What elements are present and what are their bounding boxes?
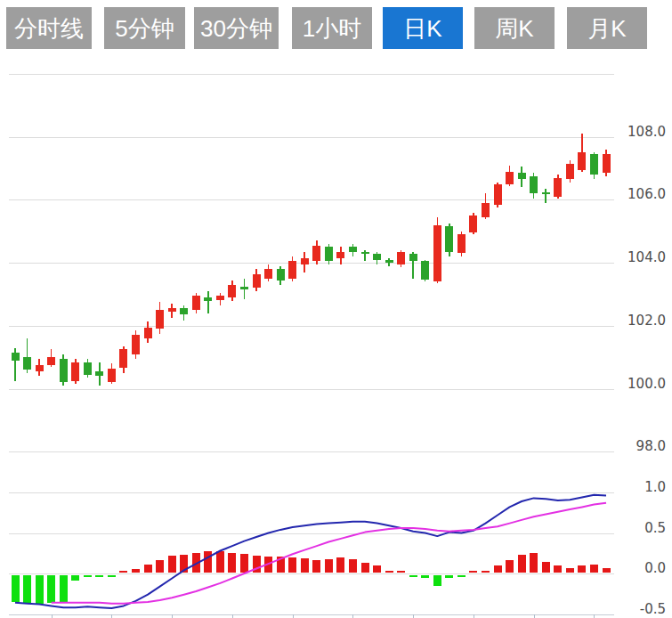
y-axis-label: -0.5	[614, 601, 666, 617]
macd-hist-bar-up	[264, 557, 272, 573]
tab-daily-k[interactable]: 日K	[383, 7, 463, 49]
macd-hist-bar-up	[542, 562, 550, 573]
macd-hist-bar-up	[336, 557, 344, 573]
candle-wick	[207, 291, 209, 313]
y-axis-label: 106.0	[614, 186, 666, 202]
macd-hist-bar-up	[397, 571, 405, 573]
candle-body	[108, 369, 116, 383]
x-axis-tick	[172, 614, 173, 618]
macd-hist-bar-up	[518, 555, 526, 573]
candle-body	[421, 261, 429, 280]
macd-hist-bar-up	[228, 553, 236, 573]
candle-body	[336, 252, 344, 258]
macd-hist-bar-down	[421, 575, 429, 578]
candle-body	[192, 296, 200, 310]
candle-body	[312, 246, 320, 262]
candle-body	[60, 359, 68, 383]
candle-body	[433, 225, 441, 282]
gridline	[9, 573, 614, 574]
macd-hist-bar-up	[325, 559, 333, 573]
candle-body	[23, 357, 31, 370]
tab-monthly-k[interactable]: 月K	[567, 7, 647, 49]
macd-hist-bar-up	[506, 560, 514, 573]
y-axis-label: 1.0	[614, 479, 666, 495]
candle-body	[590, 154, 598, 175]
candle-body	[132, 335, 140, 354]
macd-hist-bar-up	[253, 556, 261, 573]
gridline	[9, 533, 614, 534]
gridline	[9, 451, 614, 452]
macd-hist-bar-down	[23, 575, 31, 603]
tab-weekly-k[interactable]: 周K	[474, 7, 555, 49]
macd-hist-bar-up	[288, 557, 296, 573]
macd-hist-bar-up	[144, 565, 152, 573]
macd-lines-layer	[0, 0, 672, 618]
tab-5min[interactable]: 5分钟	[104, 7, 185, 49]
x-axis-tick	[52, 614, 53, 618]
candle-body	[216, 296, 224, 300]
candle-body	[566, 164, 574, 180]
x-axis-tick	[352, 614, 353, 618]
candle-body	[156, 310, 164, 329]
dif-line	[15, 495, 606, 608]
y-axis-label: 0.5	[614, 520, 666, 536]
candle-body	[71, 362, 79, 381]
candle-body	[445, 226, 453, 251]
macd-hist-bar-up	[530, 553, 538, 573]
macd-hist-bar-down	[433, 575, 441, 586]
candle-body	[506, 172, 514, 184]
macd-hist-bar-up	[277, 557, 285, 573]
y-axis-label: 100.0	[614, 376, 666, 392]
macd-hist-bar-up	[482, 571, 490, 573]
tab-1hour[interactable]: 1小时	[292, 7, 372, 49]
macd-hist-bar-up	[373, 565, 381, 573]
macd-hist-bar-down	[36, 575, 44, 604]
macd-hist-bar-down	[12, 575, 20, 602]
candle-body	[482, 203, 490, 217]
macd-hist-bar-down	[445, 575, 453, 578]
candle-body	[12, 353, 20, 361]
gridline	[9, 137, 614, 138]
candle-body	[530, 176, 538, 193]
candle-body	[240, 287, 248, 290]
candle-body	[373, 254, 381, 260]
macd-hist-bar-up	[204, 551, 212, 573]
macd-hist-bar-up	[156, 560, 164, 573]
dea-line	[52, 503, 606, 604]
macd-hist-bar-down	[60, 575, 68, 602]
macd-hist-bar-up	[578, 565, 586, 573]
candle-body	[36, 365, 44, 371]
candle-body	[494, 184, 502, 205]
gridline	[9, 492, 614, 493]
x-axis-tick	[232, 614, 233, 618]
macd-hist-bar-up	[301, 558, 309, 573]
macd-hist-bar-up	[349, 559, 357, 573]
candle-body	[144, 328, 152, 338]
macd-hist-bar-up	[361, 563, 369, 573]
macd-hist-bar-up	[494, 565, 502, 573]
gridline	[9, 389, 614, 390]
tab-minute-line[interactable]: 分时线	[6, 7, 92, 49]
kline-chart-app: 分时线5分钟30分钟1小时日K周K月K 108.0106.0104.0102.0…	[0, 0, 672, 618]
macd-hist-bar-down	[409, 575, 417, 577]
candle-body	[168, 308, 176, 312]
y-axis-label: 98.0	[614, 438, 666, 454]
candle-body	[457, 234, 466, 253]
macd-hist-bar-up	[132, 569, 140, 573]
macd-hist-bar-up	[469, 571, 477, 573]
candle-body	[397, 252, 405, 264]
candle-body	[204, 297, 212, 301]
macd-hist-bar-up	[168, 556, 176, 573]
candle-body	[84, 362, 92, 375]
macd-hist-bar-up	[603, 568, 611, 573]
candle-body	[119, 349, 127, 368]
candle-body	[325, 247, 333, 261]
tab-30min[interactable]: 30分钟	[194, 7, 279, 49]
gridline	[9, 199, 614, 200]
y-axis-label: 108.0	[614, 124, 666, 140]
candle-body	[542, 192, 550, 194]
candle-body	[385, 260, 393, 264]
x-axis-tick	[594, 614, 595, 618]
candle-body	[277, 269, 285, 280]
macd-hist-bar-down	[47, 575, 55, 603]
